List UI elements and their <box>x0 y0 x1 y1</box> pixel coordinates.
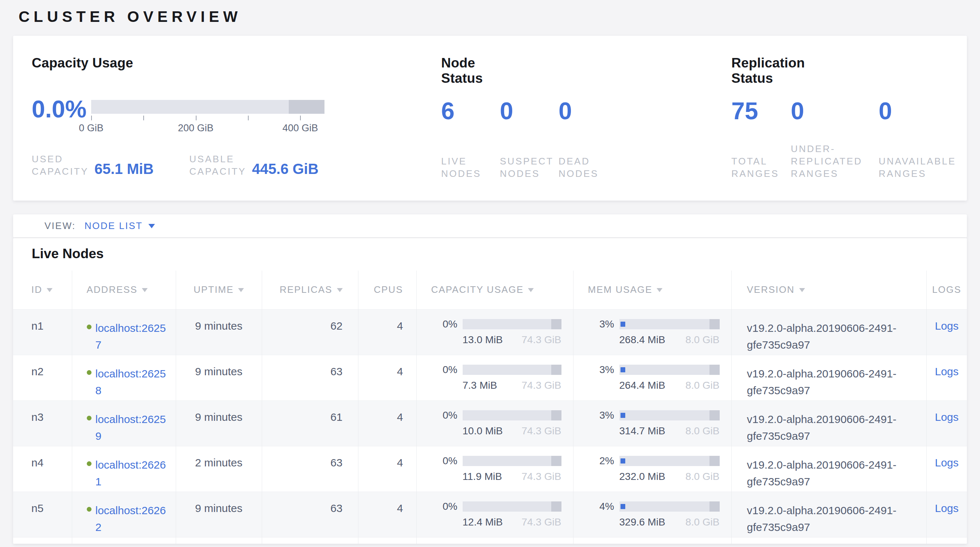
node-version-cell: v19.2.0-alpha.20190606-2491-gfe735c9a97 <box>731 355 926 401</box>
axis-label-400gib: 400 GiB <box>283 122 318 134</box>
capacity-axis-labels: 0 GiB 200 GiB 400 GiB <box>91 122 325 134</box>
capacity-bar-track <box>463 410 562 420</box>
capacity-bar-track <box>463 456 562 466</box>
capacity-details: USED CAPACITY 65.1 MiB USABLE CAPACITY 4… <box>32 153 319 178</box>
under-replicated-ranges-count: 0 <box>791 99 879 123</box>
node-replicas-cell: 63 <box>262 446 358 491</box>
mem-percent: 3% <box>588 364 614 375</box>
under-replicated-ranges-stat: 0 UNDER- REPLICATED RANGES <box>791 99 879 180</box>
capacity-used-value: 10.0 MiB <box>463 425 503 437</box>
node-cpus-cell: 4 <box>358 309 416 355</box>
node-mem-usage-cell: 3% 268.4 MiB 8.0 GiB <box>573 309 731 355</box>
page-title: CLUSTER OVERVIEW <box>19 8 242 25</box>
node-version-cell: v19.2.0-alpha.20190606-2491-gfe735c9a97 <box>731 401 926 446</box>
column-header-version[interactable]: VERSION <box>731 270 926 309</box>
capacity-percent: 0% <box>431 455 458 467</box>
table-row: n1 localhost:26257 9 minutes 62 4 0% 13.… <box>13 309 967 355</box>
node-live-dot-icon <box>87 461 92 466</box>
node-capacity-usage-cell: 0% 13.0 MiB 74.3 GiB <box>416 309 573 355</box>
column-header-id[interactable]: ID <box>13 270 72 309</box>
mem-percent: 3% <box>588 318 614 330</box>
mem-percent: 4% <box>588 501 614 512</box>
column-header-mem-usage[interactable]: MEM USAGE <box>573 270 731 309</box>
node-address-link[interactable]: localhost:26262 <box>95 502 167 536</box>
node-uptime-cell: 9 minutes <box>176 309 262 355</box>
column-header-logs: LOGS <box>926 270 967 309</box>
live-nodes-title: Live Nodes <box>32 246 103 261</box>
mem-bar-track <box>619 410 720 420</box>
capacity-total-value: 74.3 GiB <box>522 334 562 346</box>
node-mem-usage-cell: 4% 329.6 MiB 8.0 GiB <box>573 491 731 537</box>
mem-percent: 3% <box>588 410 614 421</box>
capacity-used-value: 12.4 MiB <box>463 516 503 528</box>
mem-used-value: 314.7 MiB <box>619 425 665 437</box>
node-id-cell: n4 <box>13 446 72 491</box>
partial-next-row <box>13 537 967 544</box>
logs-link[interactable]: Logs <box>935 456 958 469</box>
column-header-capacity-usage[interactable]: CAPACITY USAGE <box>416 270 573 309</box>
capacity-percent: 0% <box>431 410 458 421</box>
capacity-total-value: 74.3 GiB <box>522 471 562 482</box>
used-capacity-label: USED CAPACITY <box>32 153 91 178</box>
view-selected-option: NODE LIST <box>84 220 143 232</box>
node-cpus-cell: 4 <box>358 355 416 401</box>
under-replicated-ranges-label: UNDER- REPLICATED RANGES <box>791 143 862 180</box>
total-ranges-count: 75 <box>731 99 791 123</box>
mem-bar-fill <box>620 504 625 509</box>
capacity-percent: 0% <box>431 501 458 512</box>
total-ranges-stat: 75 TOTAL RANGES <box>731 99 791 180</box>
capacity-usage-percent: 0.0% <box>32 97 86 121</box>
node-logs-cell: Logs <box>926 401 967 446</box>
node-id-cell: n2 <box>13 355 72 401</box>
logs-link[interactable]: Logs <box>935 411 958 423</box>
mem-used-value: 232.0 MiB <box>619 471 665 482</box>
sort-caret-icon <box>142 288 148 292</box>
view-label: VIEW: <box>45 220 76 232</box>
column-header-uptime[interactable]: UPTIME <box>176 270 262 309</box>
node-replicas-cell: 61 <box>262 401 358 446</box>
logs-link[interactable]: Logs <box>935 366 958 377</box>
capacity-usage-title: Capacity Usage <box>32 56 133 71</box>
node-address-cell: localhost:26257 <box>72 309 176 355</box>
mem-percent: 2% <box>588 455 614 467</box>
capacity-bar-track <box>463 365 562 375</box>
node-uptime-cell: 9 minutes <box>176 491 262 537</box>
capacity-used-value: 7.3 MiB <box>463 380 497 391</box>
table-row: n2 localhost:26258 9 minutes 63 4 0% 7.3… <box>13 355 967 401</box>
view-selector-bar: VIEW: NODE LIST <box>13 215 967 237</box>
logs-link[interactable]: Logs <box>935 502 958 514</box>
column-header-address[interactable]: ADDRESS <box>72 270 176 309</box>
node-uptime-cell: 9 minutes <box>176 355 262 401</box>
node-live-dot-icon <box>87 324 92 329</box>
node-replicas-cell: 62 <box>262 309 358 355</box>
node-status-stats: 6 LIVE NODES 0 SUSPECT NODES 0 DEAD NODE… <box>441 99 646 180</box>
mem-bar-track <box>619 501 720 512</box>
node-version-cell: v19.2.0-alpha.20190606-2491-gfe735c9a97 <box>731 491 926 537</box>
node-id-cell: n3 <box>13 401 72 446</box>
node-cpus-cell: 4 <box>358 446 416 491</box>
view-selector[interactable]: NODE LIST <box>84 220 155 232</box>
mem-total-value: 8.0 GiB <box>686 334 719 346</box>
node-address-link[interactable]: localhost:26261 <box>95 456 167 490</box>
node-live-dot-icon <box>87 370 92 375</box>
node-address-cell: localhost:26259 <box>72 401 176 446</box>
node-replicas-cell: 63 <box>262 491 358 537</box>
live-nodes-stat: 6 LIVE NODES <box>441 99 500 180</box>
node-address-link[interactable]: localhost:26257 <box>95 320 167 353</box>
node-mem-usage-cell: 2% 232.0 MiB 8.0 GiB <box>573 446 731 491</box>
mem-bar-fill <box>620 413 625 418</box>
node-address-link[interactable]: localhost:26259 <box>95 411 167 445</box>
suspect-nodes-stat: 0 SUSPECT NODES <box>500 99 558 180</box>
suspect-nodes-count: 0 <box>500 99 558 123</box>
node-logs-cell: Logs <box>926 491 967 537</box>
mem-bar-track <box>619 319 720 329</box>
table-row: n3 localhost:26259 9 minutes 61 4 0% 10.… <box>13 401 967 446</box>
node-address-link[interactable]: localhost:26258 <box>95 366 167 399</box>
node-uptime-cell: 9 minutes <box>176 401 262 446</box>
logs-link[interactable]: Logs <box>935 320 958 332</box>
mem-bar-fill <box>620 367 625 372</box>
column-header-replicas[interactable]: REPLICAS <box>262 270 358 309</box>
capacity-bar-track <box>463 319 562 329</box>
sort-caret-icon <box>47 288 52 292</box>
unavailable-ranges-stat: 0 UNAVAILABLE RANGES <box>879 99 974 180</box>
